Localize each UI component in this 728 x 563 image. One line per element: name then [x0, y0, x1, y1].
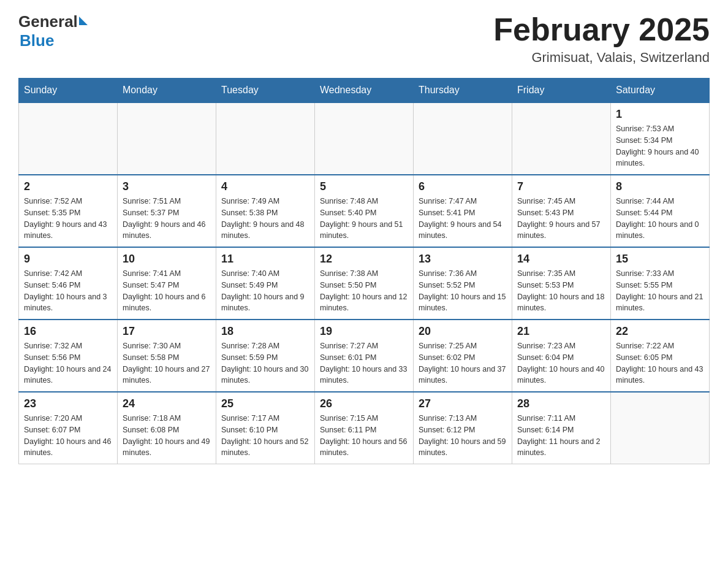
calendar-cell-w3-d1: 9Sunrise: 7:42 AMSunset: 5:46 PMDaylight…: [19, 247, 118, 320]
page-header: General Blue February 2025 Grimisuat, Va…: [18, 12, 710, 66]
calendar-cell-w4-d5: 20Sunrise: 7:25 AMSunset: 6:02 PMDayligh…: [414, 320, 512, 392]
day-info: Sunrise: 7:20 AMSunset: 6:07 PMDaylight:…: [24, 413, 112, 459]
day-number: 18: [221, 325, 309, 338]
calendar-cell-w3-d5: 13Sunrise: 7:36 AMSunset: 5:52 PMDayligh…: [414, 247, 512, 320]
calendar-cell-w5-d4: 26Sunrise: 7:15 AMSunset: 6:11 PMDayligh…: [315, 392, 414, 464]
day-number: 6: [419, 180, 507, 193]
logo: General Blue: [18, 12, 88, 50]
day-info: Sunrise: 7:22 AMSunset: 6:05 PMDaylight:…: [616, 340, 704, 386]
day-number: 8: [616, 180, 704, 193]
day-number: 9: [24, 253, 112, 266]
calendar-week-1: 1Sunrise: 7:53 AMSunset: 5:34 PMDaylight…: [19, 102, 710, 175]
day-info: Sunrise: 7:25 AMSunset: 6:02 PMDaylight:…: [419, 340, 507, 386]
calendar-cell-w2-d6: 7Sunrise: 7:45 AMSunset: 5:43 PMDaylight…: [512, 175, 611, 247]
calendar-cell-w3-d4: 12Sunrise: 7:38 AMSunset: 5:50 PMDayligh…: [315, 247, 414, 320]
day-info: Sunrise: 7:42 AMSunset: 5:46 PMDaylight:…: [24, 268, 112, 314]
day-number: 23: [24, 397, 112, 410]
header-tuesday: Tuesday: [216, 79, 315, 103]
day-info: Sunrise: 7:30 AMSunset: 5:58 PMDaylight:…: [123, 340, 211, 386]
day-info: Sunrise: 7:18 AMSunset: 6:08 PMDaylight:…: [123, 413, 211, 459]
day-number: 25: [221, 397, 309, 410]
calendar-cell-w1-d5: [414, 102, 512, 175]
day-number: 2: [24, 180, 112, 193]
day-info: Sunrise: 7:28 AMSunset: 5:59 PMDaylight:…: [221, 340, 309, 386]
calendar-cell-w5-d7: [611, 392, 710, 464]
calendar-cell-w3-d3: 11Sunrise: 7:40 AMSunset: 5:49 PMDayligh…: [216, 247, 315, 320]
calendar-cell-w4-d4: 19Sunrise: 7:27 AMSunset: 6:01 PMDayligh…: [315, 320, 414, 392]
header-saturday: Saturday: [611, 79, 710, 103]
day-info: Sunrise: 7:45 AMSunset: 5:43 PMDaylight:…: [517, 196, 605, 242]
day-number: 11: [221, 253, 309, 266]
calendar-header-row: Sunday Monday Tuesday Wednesday Thursday…: [19, 79, 710, 103]
calendar-cell-w1-d6: [512, 102, 611, 175]
day-info: Sunrise: 7:35 AMSunset: 5:53 PMDaylight:…: [517, 268, 605, 314]
day-number: 10: [123, 253, 211, 266]
calendar-cell-w3-d6: 14Sunrise: 7:35 AMSunset: 5:53 PMDayligh…: [512, 247, 611, 320]
calendar-week-4: 16Sunrise: 7:32 AMSunset: 5:56 PMDayligh…: [19, 320, 710, 392]
day-info: Sunrise: 7:33 AMSunset: 5:55 PMDaylight:…: [616, 268, 704, 314]
calendar-cell-w4-d2: 17Sunrise: 7:30 AMSunset: 5:58 PMDayligh…: [118, 320, 216, 392]
day-number: 27: [419, 397, 507, 410]
day-info: Sunrise: 7:13 AMSunset: 6:12 PMDaylight:…: [419, 413, 507, 459]
calendar-cell-w2-d7: 8Sunrise: 7:44 AMSunset: 5:44 PMDaylight…: [611, 175, 710, 247]
day-number: 16: [24, 325, 112, 338]
day-number: 19: [320, 325, 408, 338]
header-friday: Friday: [512, 79, 611, 103]
calendar-cell-w1-d4: [315, 102, 414, 175]
day-number: 1: [616, 108, 704, 121]
calendar-cell-w1-d2: [118, 102, 216, 175]
day-number: 13: [419, 253, 507, 266]
day-number: 22: [616, 325, 704, 338]
day-number: 26: [320, 397, 408, 410]
day-number: 4: [221, 180, 309, 193]
calendar-cell-w5-d5: 27Sunrise: 7:13 AMSunset: 6:12 PMDayligh…: [414, 392, 512, 464]
day-info: Sunrise: 7:52 AMSunset: 5:35 PMDaylight:…: [24, 196, 112, 242]
calendar-cell-w2-d2: 3Sunrise: 7:51 AMSunset: 5:37 PMDaylight…: [118, 175, 216, 247]
calendar-cell-w5-d1: 23Sunrise: 7:20 AMSunset: 6:07 PMDayligh…: [19, 392, 118, 464]
day-info: Sunrise: 7:53 AMSunset: 5:34 PMDaylight:…: [616, 123, 704, 169]
calendar-cell-w5-d3: 25Sunrise: 7:17 AMSunset: 6:10 PMDayligh…: [216, 392, 315, 464]
calendar-cell-w2-d5: 6Sunrise: 7:47 AMSunset: 5:41 PMDaylight…: [414, 175, 512, 247]
day-number: 5: [320, 180, 408, 193]
day-info: Sunrise: 7:11 AMSunset: 6:14 PMDaylight:…: [517, 413, 605, 459]
day-info: Sunrise: 7:36 AMSunset: 5:52 PMDaylight:…: [419, 268, 507, 314]
day-number: 17: [123, 325, 211, 338]
calendar-cell-w1-d3: [216, 102, 315, 175]
calendar-cell-w4-d1: 16Sunrise: 7:32 AMSunset: 5:56 PMDayligh…: [19, 320, 118, 392]
day-info: Sunrise: 7:17 AMSunset: 6:10 PMDaylight:…: [221, 413, 309, 459]
logo-blue-text: Blue: [20, 31, 54, 50]
calendar-cell-w5-d6: 28Sunrise: 7:11 AMSunset: 6:14 PMDayligh…: [512, 392, 611, 464]
calendar-week-5: 23Sunrise: 7:20 AMSunset: 6:07 PMDayligh…: [19, 392, 710, 464]
calendar-cell-w4-d3: 18Sunrise: 7:28 AMSunset: 5:59 PMDayligh…: [216, 320, 315, 392]
day-number: 24: [123, 397, 211, 410]
calendar-cell-w2-d3: 4Sunrise: 7:49 AMSunset: 5:38 PMDaylight…: [216, 175, 315, 247]
calendar-cell-w2-d4: 5Sunrise: 7:48 AMSunset: 5:40 PMDaylight…: [315, 175, 414, 247]
day-number: 7: [517, 180, 605, 193]
day-number: 20: [419, 325, 507, 338]
day-info: Sunrise: 7:32 AMSunset: 5:56 PMDaylight:…: [24, 340, 112, 386]
day-info: Sunrise: 7:48 AMSunset: 5:40 PMDaylight:…: [320, 196, 408, 242]
header-wednesday: Wednesday: [315, 79, 414, 103]
day-number: 3: [123, 180, 211, 193]
calendar-table: Sunday Monday Tuesday Wednesday Thursday…: [18, 78, 710, 464]
calendar-cell-w4-d7: 22Sunrise: 7:22 AMSunset: 6:05 PMDayligh…: [611, 320, 710, 392]
calendar-title: February 2025: [493, 12, 710, 47]
day-info: Sunrise: 7:15 AMSunset: 6:11 PMDaylight:…: [320, 413, 408, 459]
day-info: Sunrise: 7:27 AMSunset: 6:01 PMDaylight:…: [320, 340, 408, 386]
day-info: Sunrise: 7:38 AMSunset: 5:50 PMDaylight:…: [320, 268, 408, 314]
calendar-week-2: 2Sunrise: 7:52 AMSunset: 5:35 PMDaylight…: [19, 175, 710, 247]
calendar-week-3: 9Sunrise: 7:42 AMSunset: 5:46 PMDaylight…: [19, 247, 710, 320]
logo-triangle-icon: [79, 17, 88, 25]
day-info: Sunrise: 7:23 AMSunset: 6:04 PMDaylight:…: [517, 340, 605, 386]
day-number: 21: [517, 325, 605, 338]
day-number: 15: [616, 253, 704, 266]
logo-general-text: General: [18, 12, 78, 31]
day-info: Sunrise: 7:47 AMSunset: 5:41 PMDaylight:…: [419, 196, 507, 242]
calendar-cell-w2-d1: 2Sunrise: 7:52 AMSunset: 5:35 PMDaylight…: [19, 175, 118, 247]
calendar-cell-w3-d7: 15Sunrise: 7:33 AMSunset: 5:55 PMDayligh…: [611, 247, 710, 320]
day-number: 28: [517, 397, 605, 410]
calendar-cell-w1-d1: [19, 102, 118, 175]
calendar-cell-w1-d7: 1Sunrise: 7:53 AMSunset: 5:34 PMDaylight…: [611, 102, 710, 175]
calendar-cell-w5-d2: 24Sunrise: 7:18 AMSunset: 6:08 PMDayligh…: [118, 392, 216, 464]
calendar-cell-w3-d2: 10Sunrise: 7:41 AMSunset: 5:47 PMDayligh…: [118, 247, 216, 320]
